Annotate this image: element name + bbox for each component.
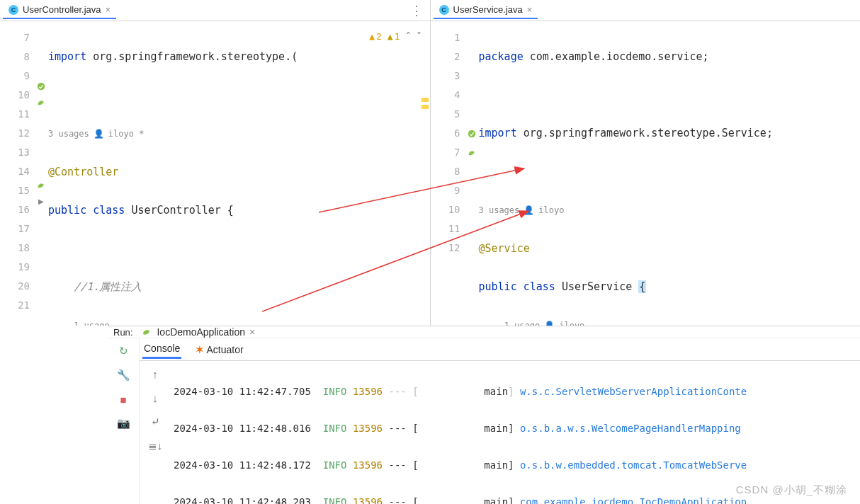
bean-icon[interactable] <box>34 78 48 94</box>
spring-boot-icon <box>141 326 152 338</box>
chevron-down-icon[interactable]: ˅ <box>417 27 421 46</box>
class-icon: C <box>439 5 449 15</box>
up-icon[interactable]: ↑ <box>147 365 164 382</box>
run-configuration[interactable]: IocDemoApplication × <box>141 326 255 338</box>
marker-stripe[interactable] <box>421 98 429 102</box>
bean-icon[interactable] <box>465 124 479 143</box>
right-gutter: 1 2 3 4 5 6 7 8 9 10 11 12 <box>431 21 465 326</box>
right-tabbar: C UserService.java × <box>431 0 861 21</box>
tab-userservice[interactable]: C UserService.java × <box>434 1 538 19</box>
left-editor[interactable]: import org.springframework.stereotype.( … <box>48 21 430 326</box>
tab-menu-icon[interactable]: ⋮ <box>403 3 430 18</box>
class-icon: C <box>9 5 18 15</box>
chevron-up-icon[interactable]: ˄ <box>406 27 411 46</box>
tab-filename: UserService.java <box>453 4 523 15</box>
tab-filename: UserController.java <box>23 4 101 15</box>
bean-icon[interactable] <box>34 94 48 110</box>
tab-usercontroller[interactable]: C UserController.java × <box>3 1 116 19</box>
wrench-icon[interactable]: 🔧 <box>115 367 132 384</box>
bean-icon[interactable] <box>465 143 479 162</box>
weak-warning-icon[interactable]: ▲1 <box>387 27 400 46</box>
close-icon[interactable]: × <box>527 4 533 15</box>
run-icon[interactable]: ▶ <box>34 193 48 210</box>
run-tool-window: Run: IocDemoApplication × ↻ 🔧 ■ 📷 Consol… <box>108 326 860 504</box>
rerun-button[interactable]: ↻ <box>115 343 132 360</box>
camera-icon[interactable]: 📷 <box>115 415 132 432</box>
stop-button[interactable]: ■ <box>115 391 132 408</box>
actuator-tab[interactable]: ✶ Actuator <box>194 341 244 358</box>
watermark: CSDN @小胡_不糊涂 <box>736 483 847 497</box>
console-toolbar: ↑ ↓ ⤶ ≣↓ <box>140 361 171 504</box>
console-output[interactable]: 2024-03-10 11:42:47.705 INFO 13596 --- [… <box>171 361 860 504</box>
left-gutter-icons: ▶ <box>34 21 48 326</box>
inspection-widget[interactable]: ▲2 ▲1 ˄ ˅ <box>366 25 424 47</box>
bean-icon[interactable] <box>34 177 48 193</box>
svg-point-1 <box>468 130 475 137</box>
down-icon[interactable]: ↓ <box>147 389 164 406</box>
left-gutter: 7 8 9 10 11 12 13 14 15 16 17 18 19 20 2… <box>0 21 34 326</box>
scroll-to-end-icon[interactable]: ≣↓ <box>147 437 164 454</box>
warning-icon[interactable]: ▲2 <box>369 27 382 46</box>
run-toolbar: ↻ 🔧 ■ 📷 <box>108 338 139 504</box>
console-tab[interactable]: Console <box>142 340 181 359</box>
soft-wrap-icon[interactable]: ⤶ <box>147 413 164 430</box>
close-icon[interactable]: × <box>106 4 111 15</box>
left-tabbar: C UserController.java × ⋮ <box>0 0 430 21</box>
svg-point-0 <box>38 82 45 90</box>
run-label: Run: <box>113 327 132 338</box>
marker-stripe[interactable] <box>421 105 429 109</box>
right-editor[interactable]: package com.example.iocdemo.service; imp… <box>479 21 861 326</box>
right-gutter-icons <box>465 21 479 326</box>
